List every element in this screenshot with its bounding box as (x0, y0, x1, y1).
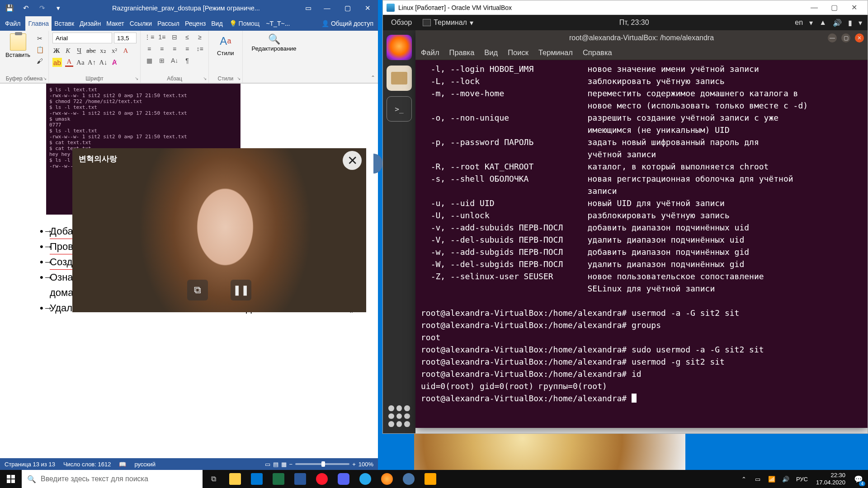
tab-home[interactable]: Главна (25, 16, 52, 31)
font-launcher-icon[interactable]: ↘ (135, 76, 138, 81)
spellcheck-icon[interactable]: 📖 (119, 461, 126, 468)
tb-explorer[interactable] (224, 470, 246, 488)
volume-icon[interactable]: 🔊 (833, 19, 842, 27)
save-icon[interactable]: 💾 (5, 4, 14, 12)
term-menu-terminal[interactable]: Терминал (538, 48, 573, 57)
read-mode-icon[interactable]: ▭ (265, 461, 270, 468)
tb-discord[interactable] (333, 470, 354, 488)
grow-font-button[interactable]: A↑ (88, 58, 96, 67)
editing-button[interactable]: 🔍 Редактирование (246, 33, 302, 53)
italic-button[interactable]: К (64, 46, 72, 55)
language-indicator[interactable]: русский (134, 461, 156, 468)
tray-volume-icon[interactable]: 🔊 (782, 475, 790, 483)
tab-insert[interactable]: Вставк (52, 16, 77, 31)
term-menu-search[interactable]: Поиск (508, 48, 528, 57)
action-center-button[interactable]: 💬4 (849, 470, 868, 488)
zoom-slider[interactable] (295, 463, 349, 465)
close-button[interactable]: ✕ (358, 0, 378, 16)
tab-mailings[interactable]: Рассыл (155, 16, 182, 31)
taskbar-search[interactable]: 🔍 Введите здесь текст для поиска (22, 470, 203, 488)
tray-overflow-icon[interactable]: ⌃ (740, 475, 748, 483)
tb-telegram[interactable] (354, 470, 376, 488)
activities-button[interactable]: Обзор (388, 19, 415, 27)
show-marks-button[interactable]: ¶ (182, 56, 192, 65)
increase-indent-button[interactable]: ≥ (195, 33, 205, 42)
font-name-input[interactable]: Arial (52, 33, 112, 43)
tb-opera[interactable] (311, 470, 333, 488)
minimize-button[interactable]: — (317, 0, 337, 16)
tray-bluetooth-icon[interactable]: ▭ (754, 475, 762, 483)
align-left-button[interactable]: ≡ (144, 44, 154, 53)
align-right-button[interactable]: ≡ (170, 44, 179, 53)
shading-button[interactable]: ▦ (144, 56, 154, 65)
sort-button[interactable]: A↓ (170, 56, 179, 65)
zoom-level[interactable]: 100% (359, 461, 373, 468)
tray-wifi-icon[interactable]: 📶 (768, 475, 776, 483)
bold-button[interactable]: Ж (52, 46, 61, 55)
clock-label[interactable]: Пт, 23:30 (473, 19, 795, 27)
font-color-button[interactable]: A (65, 58, 73, 67)
page-indicator[interactable]: Страница 13 из 13 (5, 461, 55, 468)
term-menu-file[interactable]: Файл (421, 48, 439, 57)
user-name[interactable]: ~T_T~... (263, 16, 292, 31)
justify-button[interactable]: ≡ (182, 44, 192, 53)
superscript-button[interactable]: x² (110, 46, 118, 55)
tab-review[interactable]: Реценз (182, 16, 208, 31)
term-maximize-button[interactable]: ▢ (841, 33, 850, 42)
tab-design[interactable]: Дизайн (77, 16, 104, 31)
lang-indicator[interactable]: en (795, 19, 803, 27)
zoom-in-icon[interactable]: + (352, 461, 356, 468)
share-button[interactable]: 👤Общий доступ (317, 16, 378, 31)
dock-firefox[interactable] (387, 35, 412, 60)
change-case-button[interactable]: Aa (76, 58, 85, 67)
clear-format-button[interactable]: A̷ (110, 58, 118, 67)
tray-lang[interactable]: РУС (796, 476, 808, 483)
borders-button[interactable]: ⊞ (157, 56, 167, 65)
paragraph-launcher-icon[interactable]: ↘ (203, 76, 207, 81)
line-spacing-button[interactable]: ↕≡ (195, 44, 205, 53)
tb-app[interactable] (420, 470, 441, 488)
pause-button[interactable]: ❚❚ (231, 280, 251, 300)
terminal-body[interactable]: -l, --login НОВОЕ_ИМЯ новое значение име… (415, 60, 868, 428)
video-close-button[interactable]: ✕ (343, 151, 362, 170)
align-center-button[interactable]: ≡ (157, 44, 167, 53)
format-painter-icon[interactable]: 🖌 (35, 56, 45, 66)
paste-button[interactable]: Вставить (4, 33, 32, 82)
tab-file[interactable]: Файл (0, 16, 25, 31)
tb-firefox[interactable] (376, 470, 398, 488)
styles-button[interactable]: Aa Стили (212, 33, 238, 57)
redo-icon[interactable]: ↷ (38, 4, 46, 12)
dock-files[interactable] (387, 66, 412, 91)
shrink-font-button[interactable]: A↓ (99, 58, 107, 67)
web-layout-icon[interactable]: ▦ (281, 461, 287, 468)
start-button[interactable] (0, 470, 22, 488)
system-menu-icon[interactable]: ▾ (859, 19, 862, 27)
tb-mail[interactable] (246, 470, 268, 488)
tab-view[interactable]: Вид (208, 16, 225, 31)
pip-button[interactable]: ⧉ (187, 280, 208, 300)
tell-me[interactable]: 💡Помощ (226, 16, 264, 31)
bullets-button[interactable]: ⋮≡ (144, 33, 154, 42)
network-icon[interactable]: ▲ (819, 19, 826, 27)
ribbon-options-icon[interactable]: ▭ (304, 4, 312, 12)
term-minimize-button[interactable]: — (828, 33, 837, 42)
text-effects-button[interactable]: A (122, 46, 130, 55)
task-view-button[interactable]: ⧉ (203, 470, 224, 488)
strike-button[interactable]: abc (86, 46, 96, 55)
print-layout-icon[interactable]: ▤ (273, 461, 278, 468)
term-close-button[interactable]: ✕ (855, 33, 864, 42)
vbox-close-button[interactable]: ✕ (844, 1, 864, 14)
vbox-minimize-button[interactable]: — (804, 1, 824, 14)
copy-icon[interactable]: 📋 (35, 45, 45, 55)
multilevel-button[interactable]: ⊟ (170, 33, 179, 42)
undo-icon[interactable]: ↶ (22, 4, 30, 12)
dock-terminal[interactable] (387, 96, 412, 122)
clipboard-launcher-icon[interactable]: ↘ (43, 76, 47, 81)
term-menu-view[interactable]: Вид (484, 48, 498, 57)
tab-layout[interactable]: Макет (104, 16, 127, 31)
term-menu-edit[interactable]: Правка (449, 48, 475, 57)
tb-word[interactable] (289, 470, 311, 488)
subscript-button[interactable]: x₂ (99, 46, 107, 55)
battery-icon[interactable]: ▮ (848, 19, 852, 27)
term-menu-help[interactable]: Справка (583, 48, 612, 57)
